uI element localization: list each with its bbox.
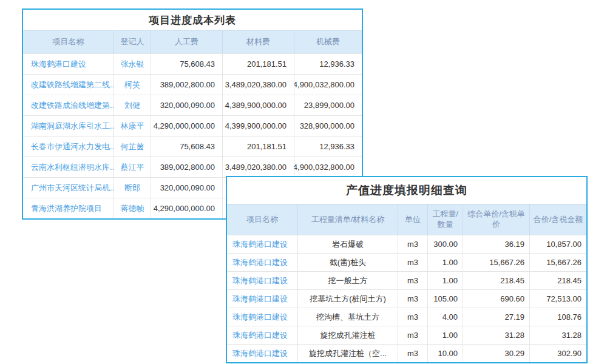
machine-cost-value: 23,899,000.00 (294, 95, 362, 115)
project-name-link[interactable]: 云南水利枢纽潜明水库... (23, 157, 114, 177)
material-cost-value: 4,399,900,000.00 (222, 116, 294, 136)
unit-value: m3 (398, 345, 427, 362)
cost-col-header-project: 项目名称 (23, 31, 114, 53)
machine-cost-value: 24,900,032,800.00 (294, 75, 362, 95)
item-name: 岩石爆破 (297, 235, 398, 253)
unit-value: m3 (398, 272, 427, 289)
cost-col-header-registrant: 登记人 (114, 31, 151, 53)
output-col-header-project: 项目名称 (227, 204, 297, 235)
registrant-link[interactable]: 断郎 (114, 178, 151, 198)
quantity-value: 1.00 (427, 254, 463, 271)
project-name-link[interactable]: 珠海鹤港口建设 (227, 290, 297, 308)
item-name: 截(凿)桩头 (297, 254, 398, 271)
item-name: 旋挖成孔灌注桩（空... (297, 345, 398, 362)
total-price-value: 31.28 (529, 326, 586, 344)
unit-price-value: 31.28 (463, 326, 529, 344)
project-name-link[interactable]: 湖南洞庭湖水库引水工... (23, 116, 114, 136)
quantity-value: 4.00 (427, 308, 463, 326)
output-table-row[interactable]: 珠海鹤港口建设 挖沟槽、基坑土方 m3 4.00 27.19 108.76 (227, 308, 586, 326)
labor-cost-value: 75,608.43 (151, 136, 222, 157)
labor-cost-value: 320,000,090.00 (151, 95, 222, 115)
material-cost-value: 3,489,020,380.00 (222, 157, 294, 177)
output-table-row[interactable]: 珠海鹤港口建设 截(凿)桩头 m3 1.00 15,667.26 15,667.… (227, 253, 586, 271)
project-name-link[interactable]: 长春市伊通河水力发电... (23, 136, 114, 157)
unit-price-value: 27.19 (463, 308, 529, 326)
project-name-link[interactable]: 改建铁路线增建第二线... (23, 75, 114, 95)
quantity-value: 1.00 (427, 326, 463, 344)
registrant-link[interactable]: 林康平 (114, 116, 151, 136)
unit-value: m3 (398, 254, 427, 271)
quantity-value: 300.00 (427, 235, 463, 253)
total-price-value: 302.90 (529, 345, 586, 362)
unit-value: m3 (398, 290, 427, 308)
unit-value: m3 (398, 326, 427, 344)
cost-table-row[interactable]: 云南水利枢纽潜明水库... 蔡江平 389,002,800.00 3,489,0… (23, 157, 362, 177)
cost-table-row[interactable]: 湖南洞庭湖水库引水工... 林康平 4,290,000,000.00 4,399… (23, 115, 362, 136)
project-name-link[interactable]: 珠海鹤港口建设 (227, 235, 297, 253)
project-name-link[interactable]: 珠海鹤港口建设 (23, 54, 114, 74)
machine-cost-value: 328,900,000.00 (294, 116, 362, 136)
cost-table-row[interactable]: 改建铁路线增建第二线... 柯英 389,002,800.00 3,489,02… (23, 74, 362, 95)
cost-col-header-material: 材料费 (222, 31, 294, 53)
registrant-link[interactable]: 蒋德帧 (114, 198, 151, 218)
registrant-link[interactable]: 刘健 (114, 95, 151, 115)
cost-table-row[interactable]: 长春市伊通河水力发电... 何芷茵 75,608.43 201,181.51 1… (23, 136, 362, 157)
output-detail-table-panel: 产值进度填报明细查询 项目名称 工程量清单/材料名称 单位 工程量/数量 综合单… (226, 176, 588, 363)
total-price-value: 218.45 (529, 272, 586, 289)
unit-value: m3 (398, 308, 427, 326)
project-name-link[interactable]: 广州市天河区统计局机... (23, 178, 114, 198)
project-name-link[interactable]: 珠海鹤港口建设 (227, 345, 297, 362)
project-name-link[interactable]: 青海洪湖养护院项目 (23, 198, 114, 218)
registrant-link[interactable]: 柯英 (114, 75, 151, 95)
machine-cost-value: 12,936.33 (294, 54, 362, 74)
labor-cost-value: 4,290,000,000.00 (151, 116, 222, 136)
output-table-row[interactable]: 珠海鹤港口建设 挖一般土方 m3 1.00 218.45 218.45 (227, 271, 586, 289)
output-col-header-total: 合价/含税金额 (529, 204, 586, 235)
output-col-header-item: 工程量清单/材料名称 (297, 204, 398, 235)
material-cost-value: 4,389,900,000.00 (222, 95, 294, 115)
cost-table-row[interactable]: 改建铁路成渝线增建第... 刘健 320,000,090.00 4,389,90… (23, 95, 362, 115)
output-table-header-row: 项目名称 工程量清单/材料名称 单位 工程量/数量 综合单价/含税单价 合价/含… (227, 204, 586, 235)
output-table-title: 产值进度填报明细查询 (227, 177, 586, 204)
unit-price-value: 218.45 (463, 272, 529, 289)
item-name: 挖沟槽、基坑土方 (297, 308, 398, 326)
output-table-row[interactable]: 珠海鹤港口建设 岩石爆破 m3 300.00 36.19 10,857.00 (227, 235, 586, 253)
total-price-value: 108.76 (529, 308, 586, 326)
project-name-link[interactable]: 珠海鹤港口建设 (227, 272, 297, 289)
project-name-link[interactable]: 珠海鹤港口建设 (227, 308, 297, 326)
labor-cost-value: 389,002,800.00 (151, 157, 222, 177)
cost-table-header-row: 项目名称 登记人 人工费 材料费 机械费 (23, 30, 362, 53)
output-table-row[interactable]: 珠海鹤港口建设 旋挖成孔灌注桩 m3 1.00 31.28 31.28 (227, 326, 586, 344)
item-name: 旋挖成孔灌注桩 (297, 326, 398, 344)
output-col-header-unit-price: 综合单价/含税单价 (463, 204, 529, 235)
machine-cost-value: 24,900,032,800.00 (294, 157, 362, 177)
labor-cost-value: 320,000,090.00 (151, 178, 222, 198)
quantity-value: 10.00 (427, 345, 463, 362)
item-name: 挖基坑土方(桩间土方) (297, 290, 398, 308)
total-price-value: 10,857.00 (529, 235, 586, 253)
project-name-link[interactable]: 珠海鹤港口建设 (227, 326, 297, 344)
output-col-header-unit: 单位 (398, 204, 427, 235)
material-cost-value: 3,489,020,380.00 (222, 75, 294, 95)
registrant-link[interactable]: 何芷茵 (114, 136, 151, 157)
unit-value: m3 (398, 235, 427, 253)
project-name-link[interactable]: 改建铁路成渝线增建第... (23, 95, 114, 115)
output-table-row[interactable]: 珠海鹤港口建设 挖基坑土方(桩间土方) m3 105.00 690.60 72,… (227, 289, 586, 308)
cost-table-title: 项目进度成本列表 (23, 10, 362, 30)
registrant-link[interactable]: 蔡江平 (114, 157, 151, 177)
cost-table-row[interactable]: 珠海鹤港口建设 张永银 75,608.43 201,181.51 12,936.… (23, 53, 362, 74)
unit-price-value: 15,667.26 (463, 254, 529, 271)
labor-cost-value: 4,290,000,000.00 (151, 198, 222, 218)
unit-price-value: 30.29 (463, 345, 529, 362)
project-name-link[interactable]: 珠海鹤港口建设 (227, 254, 297, 271)
output-table-row[interactable]: 珠海鹤港口建设 旋挖成孔灌注桩（空... m3 10.00 30.29 302.… (227, 344, 586, 362)
material-cost-value: 201,181.51 (222, 136, 294, 157)
total-price-value: 15,667.26 (529, 254, 586, 271)
quantity-value: 105.00 (427, 290, 463, 308)
quantity-value: 1.00 (427, 272, 463, 289)
item-name: 挖一般土方 (297, 272, 398, 289)
labor-cost-value: 75,608.43 (151, 54, 222, 74)
total-price-value: 72,513.00 (529, 290, 586, 308)
registrant-link[interactable]: 张永银 (114, 54, 151, 74)
material-cost-value: 201,181.51 (222, 54, 294, 74)
